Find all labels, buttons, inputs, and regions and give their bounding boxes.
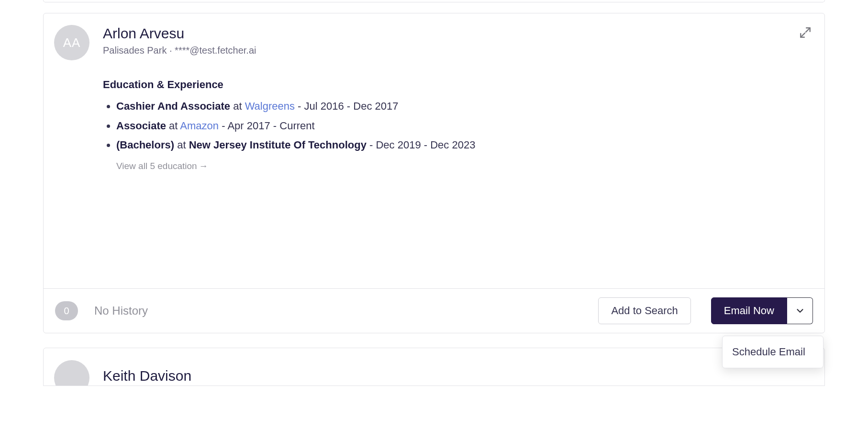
email-dropdown-menu: Schedule Email bbox=[722, 336, 823, 368]
list-item: (Bachelors) at New Jersey Institute Of T… bbox=[116, 136, 811, 155]
date-range: - Dec 2019 - Dec 2023 bbox=[369, 139, 475, 151]
list-item: Cashier And Associate at Walgreens - Jul… bbox=[116, 97, 811, 116]
at-label: at bbox=[177, 139, 189, 151]
date-range: - Jul 2016 - Dec 2017 bbox=[298, 100, 398, 112]
svg-line-0 bbox=[806, 28, 810, 32]
date-range: - Apr 2017 - Current bbox=[222, 120, 314, 132]
candidate-card: AA Arlon Arvesu Palisades Park · ****@te… bbox=[43, 13, 825, 333]
email-now-button[interactable]: Email Now bbox=[711, 297, 787, 324]
add-to-search-button[interactable]: Add to Search bbox=[598, 297, 690, 324]
card-footer: 0 No History Add to Search Email Now Sch… bbox=[44, 288, 824, 333]
list-item: Associate at Amazon - Apr 2017 - Current bbox=[116, 116, 811, 136]
at-label: at bbox=[169, 120, 180, 132]
candidate-email-masked: ****@test.fetcher.ai bbox=[175, 45, 256, 56]
role: Associate bbox=[116, 120, 166, 132]
arrow-right-icon: → bbox=[199, 161, 208, 171]
history-count-badge: 0 bbox=[55, 301, 78, 320]
expand-card-button[interactable] bbox=[797, 24, 814, 41]
previous-card-edge bbox=[43, 0, 825, 2]
at-label: at bbox=[233, 100, 245, 112]
org-link[interactable]: Amazon bbox=[180, 120, 219, 132]
org-link[interactable]: Walgreens bbox=[245, 100, 295, 112]
svg-line-1 bbox=[801, 33, 805, 37]
org-name: New Jersey Institute Of Technology bbox=[189, 139, 367, 151]
candidate-name: Keith Davison bbox=[103, 368, 191, 384]
avatar bbox=[54, 360, 89, 386]
candidate-name: Arlon Arvesu bbox=[103, 25, 256, 42]
candidate-subline: Palisades Park · ****@test.fetcher.ai bbox=[103, 45, 256, 56]
schedule-email-item[interactable]: Schedule Email bbox=[723, 339, 823, 365]
avatar: AA bbox=[54, 25, 89, 60]
section-title-education: Education & Experience bbox=[103, 79, 811, 91]
role: (Bachelors) bbox=[116, 139, 174, 151]
view-all-label: View all 5 education bbox=[116, 161, 197, 171]
chevron-down-icon bbox=[795, 306, 805, 316]
view-all-education-link[interactable]: View all 5 education→ bbox=[116, 161, 208, 171]
next-candidate-card[interactable]: Keith Davison bbox=[43, 348, 825, 386]
email-split-button: Email Now bbox=[711, 297, 813, 324]
candidate-location: Palisades Park bbox=[103, 45, 167, 56]
expand-icon bbox=[799, 26, 812, 39]
role: Cashier And Associate bbox=[116, 100, 230, 112]
history-label: No History bbox=[94, 304, 148, 318]
email-dropdown-toggle[interactable] bbox=[787, 297, 813, 324]
separator-dot: · bbox=[169, 45, 175, 56]
education-experience-list: Cashier And Associate at Walgreens - Jul… bbox=[103, 97, 811, 155]
